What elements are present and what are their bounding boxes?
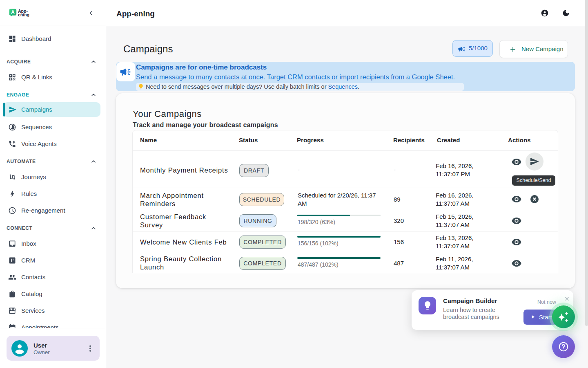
svg-text:A: A — [11, 9, 15, 15]
